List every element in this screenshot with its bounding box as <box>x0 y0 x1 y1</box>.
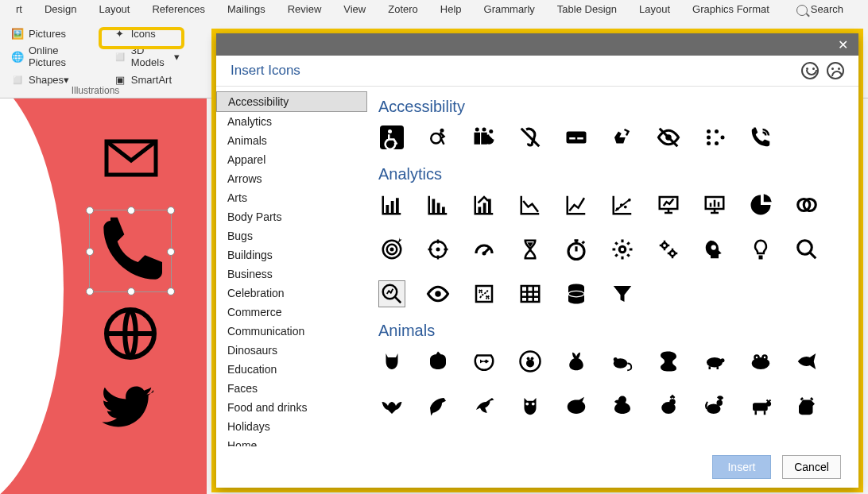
feedback-frown-icon[interactable] <box>827 62 844 79</box>
category-education[interactable]: Education <box>216 360 367 379</box>
category-buildings[interactable]: Buildings <box>216 245 367 264</box>
bar-chart-up-arrow-icon[interactable] <box>471 191 498 218</box>
ribbon-3d-models[interactable]: ◻️3D Models ▾ <box>110 43 183 70</box>
category-commerce[interactable]: Commerce <box>216 303 367 322</box>
menu-mailings[interactable]: Mailings <box>216 0 277 19</box>
rabbit-icon[interactable] <box>563 348 590 375</box>
menu-review[interactable]: Review <box>277 0 333 19</box>
category-arts[interactable]: Arts <box>216 188 367 207</box>
category-communication[interactable]: Communication <box>216 322 367 341</box>
rooster-icon[interactable] <box>701 392 728 419</box>
menu-references[interactable]: References <box>141 0 215 19</box>
head-gear-icon[interactable] <box>701 236 728 263</box>
bar-chart-down-icon[interactable] <box>424 191 451 218</box>
feedback-smile-icon[interactable] <box>801 62 819 79</box>
frog-icon[interactable] <box>747 348 774 375</box>
turkey-icon[interactable] <box>563 392 590 419</box>
document-canvas[interactable] <box>0 98 207 494</box>
category-apparel[interactable]: Apparel <box>216 150 367 169</box>
category-home[interactable]: Home <box>216 436 367 446</box>
hourglass-icon[interactable] <box>517 236 544 263</box>
menu-layout[interactable]: Layout <box>87 0 141 19</box>
eye-icon[interactable] <box>424 280 451 307</box>
family-accessible-icon[interactable] <box>471 124 498 151</box>
bat-icon[interactable] <box>378 392 405 419</box>
menu-design[interactable]: Design <box>33 0 87 19</box>
search-box[interactable]: Search <box>781 0 854 19</box>
scatter-up-icon[interactable] <box>609 191 636 218</box>
target-icon[interactable] <box>378 236 405 263</box>
cow-icon[interactable] <box>747 392 774 419</box>
inserted-twitter-icon[interactable] <box>94 383 162 438</box>
tty-icon[interactable] <box>747 124 774 151</box>
deaf-icon[interactable] <box>517 124 544 151</box>
hummingbird-icon[interactable] <box>471 392 498 419</box>
cancel-button[interactable]: Cancel <box>782 455 841 479</box>
category-analytics[interactable]: Analytics <box>216 112 367 131</box>
braille-icon[interactable] <box>701 124 728 151</box>
fish-icon[interactable] <box>793 348 820 375</box>
gear-icon[interactable] <box>609 236 636 263</box>
menu-insert[interactable]: rt <box>5 0 33 19</box>
menu-help[interactable]: Help <box>429 0 473 19</box>
insert-button[interactable]: Insert <box>712 455 771 479</box>
chart-magnifier-icon[interactable] <box>378 280 405 307</box>
category-business[interactable]: Business <box>216 264 367 284</box>
table-icon[interactable] <box>517 280 544 307</box>
database-icon[interactable] <box>563 280 590 307</box>
wheelchair-motion-icon[interactable] <box>424 124 451 151</box>
menu-graphics-format[interactable]: Graphics Format <box>681 0 781 19</box>
bar-chart-icon[interactable] <box>378 191 405 218</box>
mouse-icon[interactable] <box>609 348 636 375</box>
category-arrows[interactable]: Arrows <box>216 169 367 188</box>
category-food-and-drinks[interactable]: Food and drinks <box>216 398 367 417</box>
menu-layout2[interactable]: Layout <box>628 0 681 19</box>
pie-chart-icon[interactable] <box>747 191 774 218</box>
line-up-icon[interactable] <box>563 191 590 218</box>
duck-icon[interactable] <box>609 392 636 419</box>
category-body-parts[interactable]: Body Parts <box>216 207 367 226</box>
stopwatch-icon[interactable] <box>563 236 590 263</box>
snake-icon[interactable] <box>655 348 682 375</box>
menu-grammarly[interactable]: Grammarly <box>473 0 546 19</box>
crosshair-icon[interactable] <box>424 236 451 263</box>
chicken-icon[interactable] <box>655 392 682 419</box>
presentation-icon[interactable] <box>655 191 682 218</box>
owl-icon[interactable] <box>517 392 544 419</box>
inserted-globe-icon[interactable] <box>102 305 159 362</box>
dog-icon[interactable] <box>424 348 451 375</box>
hamster-ball-icon[interactable] <box>517 348 544 375</box>
menu-view[interactable]: View <box>332 0 377 19</box>
line-down-icon[interactable] <box>517 191 544 218</box>
magnifier-icon[interactable] <box>793 236 820 263</box>
turtle-icon[interactable] <box>701 348 728 375</box>
bird-icon[interactable] <box>424 392 451 419</box>
ribbon-pictures[interactable]: 🖼️Pictures <box>8 25 95 41</box>
fishbowl-icon[interactable] <box>471 348 498 375</box>
category-dinosaurs[interactable]: Dinosaurs <box>216 341 367 360</box>
category-animals[interactable]: Animals <box>216 131 367 150</box>
ribbon-online-pictures[interactable]: 🌐Online Pictures <box>8 43 95 70</box>
category-faces[interactable]: Faces <box>216 379 367 398</box>
inserted-phone-icon-selected[interactable] <box>89 210 172 292</box>
category-celebration[interactable]: Celebration <box>216 284 367 303</box>
goat-icon[interactable] <box>793 392 820 419</box>
dialog-close-button[interactable]: ✕ <box>827 33 858 56</box>
lightbulb-icon[interactable] <box>747 236 774 263</box>
presentation-bars-icon[interactable] <box>701 191 728 218</box>
sign-language-icon[interactable] <box>609 124 636 151</box>
category-holidays[interactable]: Holidays <box>216 417 367 436</box>
cat-icon[interactable] <box>378 348 405 375</box>
funnel-icon[interactable] <box>609 280 636 307</box>
wheelchair-icon[interactable] <box>378 124 405 151</box>
strategy-icon[interactable] <box>471 280 498 307</box>
low-vision-icon[interactable] <box>655 124 682 151</box>
menu-zotero[interactable]: Zotero <box>377 0 429 19</box>
gauge-icon[interactable] <box>471 236 498 263</box>
venn-icon[interactable] <box>793 191 820 218</box>
ribbon-icons[interactable]: ✦Icons <box>110 25 183 41</box>
gears-icon[interactable] <box>655 236 682 263</box>
category-accessibility[interactable]: Accessibility <box>216 91 367 112</box>
captions-icon[interactable] <box>563 124 590 151</box>
menu-table-design[interactable]: Table Design <box>546 0 628 19</box>
